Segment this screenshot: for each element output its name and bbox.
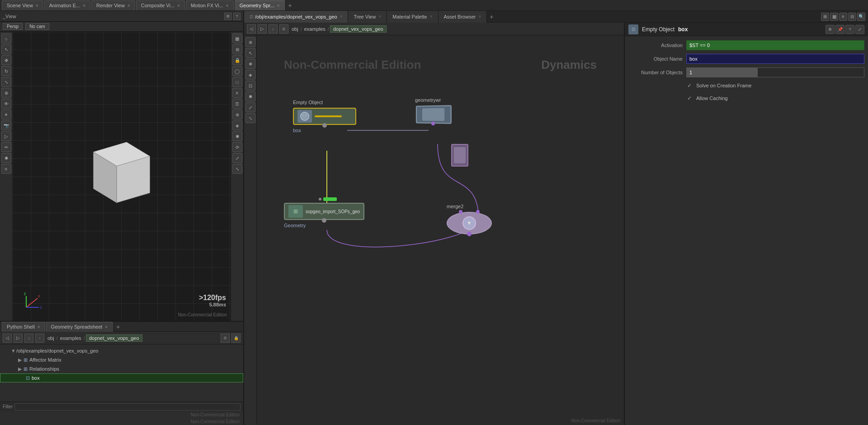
rt-btn-2[interactable]: ⊞	[232, 44, 242, 54]
rt-btn-7[interactable]: ☰	[232, 99, 242, 109]
toolbar-rotate-btn[interactable]: ↻	[1, 66, 11, 76]
toolbar-render-btn[interactable]: ▷	[1, 131, 11, 141]
add-right-tab-button[interactable]: +	[487, 13, 496, 20]
net-home-icon[interactable]: ⌂	[269, 24, 278, 33]
right-toolbar-btn-1[interactable]: ⊞	[821, 13, 829, 21]
toolbar-paint-btn[interactable]: ✏	[1, 142, 11, 152]
props-expand-btn[interactable]: ⤢	[855, 25, 864, 34]
net-current-path[interactable]: dopnet_vex_vops_geo	[330, 25, 387, 33]
close-python-tab[interactable]: ×	[38, 325, 40, 329]
rt-btn-4[interactable]: ◯	[232, 66, 242, 76]
tab-geometry-spreadsheet[interactable]: Geometry Spreadsheet ×	[46, 322, 113, 332]
net-tool-3[interactable]: ✥	[245, 59, 255, 69]
close-geometry-tab[interactable]: ×	[277, 3, 280, 8]
node-purple-small[interactable]	[451, 144, 468, 167]
right-toolbar-btn-2[interactable]: ▦	[830, 13, 838, 21]
node-empty-object-body[interactable]: 🛡	[293, 108, 356, 125]
node-geometrywr[interactable]: geometrywr	[415, 105, 451, 124]
props-pin-btn[interactable]: 📌	[835, 25, 844, 34]
toolbar-extra-btn[interactable]: ≡	[1, 164, 11, 174]
nav-path-examples[interactable]: examples	[59, 335, 83, 341]
toolbar-move-btn[interactable]: ✥	[1, 55, 11, 65]
rt-btn-9[interactable]: ◈	[232, 120, 242, 130]
node-sopgeo-body[interactable]: ⊞ sopgeo_import_SOPs_geo	[284, 203, 364, 220]
toolbar-light-btn[interactable]: ☀	[1, 110, 11, 119]
rt-btn-1[interactable]: ▦	[232, 33, 242, 43]
toolbar-scale-btn[interactable]: ⤡	[1, 77, 11, 87]
net-tool-7[interactable]: ⤢	[245, 102, 255, 112]
tab-geometry-spr[interactable]: Geometry Spr... ×	[235, 0, 285, 10]
node-merge2-body[interactable]: ▼	[447, 212, 492, 234]
right-toolbar-btn-4[interactable]: ⊟	[848, 13, 856, 21]
net-nav-forward[interactable]: ▷	[258, 24, 267, 33]
tree-view[interactable]: ▼ /obj/examples/dopnet_vex_vops_geo ▶ ⊞ …	[0, 344, 243, 401]
add-bottom-tab-button[interactable]: +	[113, 323, 123, 330]
nav-home-icon[interactable]: ⌂	[24, 334, 33, 343]
rt-btn-5[interactable]: □	[232, 77, 242, 87]
prop-activation-slider[interactable]: $ST == 0	[686, 40, 864, 50]
rt-btn-3[interactable]: 🔒	[232, 55, 242, 65]
rt-btn-12[interactable]: ⤢	[232, 153, 242, 163]
net-tool-6[interactable]: ✱	[245, 91, 255, 101]
net-tool-1[interactable]: ⊕	[245, 37, 255, 47]
relationships-expand-icon[interactable]: ▶	[18, 366, 24, 372]
net-path-examples[interactable]: examples	[303, 26, 327, 32]
toolbar-marker-btn[interactable]: ✱	[1, 153, 11, 163]
node-sopgeo[interactable]: ⊞ sopgeo_import_SOPs_geo Geometry	[284, 203, 364, 220]
tab-scene-view[interactable]: Scene View ×	[2, 0, 43, 10]
tab-animation-e[interactable]: Animation E... ×	[44, 0, 90, 10]
tab-network-path[interactable]: ⊡ /obj/examples/dopnet_vex_vops_geo ×	[244, 11, 348, 23]
net-tool-8[interactable]: ⤡	[245, 113, 255, 123]
rt-btn-6[interactable]: ≡	[232, 88, 242, 98]
net-nav-back[interactable]: ◁	[247, 24, 256, 33]
close-render-tab[interactable]: ×	[127, 3, 130, 8]
close-scene-view-tab[interactable]: ×	[36, 3, 38, 8]
tree-item-affector[interactable]: ▶ ⊞ Affector Matrix	[0, 355, 243, 364]
close-material-tab[interactable]: ×	[430, 14, 433, 19]
add-tab-button[interactable]: +	[286, 2, 295, 9]
viewport-settings-btn[interactable]: ⚙	[224, 13, 231, 20]
toolbar-home-btn[interactable]: ⌂	[1, 33, 11, 43]
net-tool-5[interactable]: ⊡	[245, 81, 255, 91]
prop-num-objects-slider[interactable]: 1	[686, 67, 864, 77]
nav-current-path[interactable]: dopnet_vex_vops_geo	[86, 334, 142, 342]
toolbar-cursor-btn[interactable]: ⊕	[1, 88, 11, 98]
close-motion-tab[interactable]: ×	[226, 3, 229, 8]
nav-extra-btn[interactable]: ⚙	[221, 334, 230, 343]
nav-up-icon[interactable]: ↑	[35, 334, 44, 343]
viewport-help-btn[interactable]: ?	[233, 13, 241, 20]
tab-render-view[interactable]: Render View ×	[91, 0, 135, 10]
close-tree-tab[interactable]: ×	[378, 14, 381, 19]
net-tool-4[interactable]: ◈	[245, 70, 255, 80]
tab-python-shell[interactable]: Python Shell ×	[2, 322, 45, 332]
rt-btn-11[interactable]: ⟳	[232, 142, 242, 152]
node-geometrywr-body[interactable]	[416, 105, 452, 124]
nav-back-btn[interactable]: ◁	[3, 334, 12, 343]
net-path-obj[interactable]: obj	[290, 26, 300, 32]
network-canvas[interactable]: Non-Commercial Edition Dynamics	[257, 35, 624, 425]
close-network-tab[interactable]: ×	[340, 14, 343, 19]
tab-motion-fx-vi[interactable]: Motion FX Vi... ×	[186, 0, 234, 10]
tree-item-relationships[interactable]: ▶ ⊞ Relationships	[0, 364, 243, 373]
node-merge2[interactable]: ▼ merge2	[447, 212, 492, 234]
root-expand-icon[interactable]: ▼	[11, 348, 16, 353]
nav-lock-btn[interactable]: 🔒	[231, 334, 241, 343]
persp-button[interactable]: Persp	[3, 23, 23, 30]
tab-asset-browser[interactable]: Asset Browser ×	[439, 11, 487, 23]
net-examples-icon[interactable]: ⊞	[279, 24, 288, 33]
right-toolbar-search[interactable]: 🔍	[857, 13, 865, 21]
3d-viewport[interactable]: x y z >120fps 5.88ms Non-Commercial Edit…	[13, 32, 231, 321]
close-composite-tab[interactable]: ×	[177, 3, 180, 8]
cam-button[interactable]: No cam	[25, 23, 49, 30]
tab-material-palette[interactable]: Material Palette ×	[387, 11, 438, 23]
net-tool-2[interactable]: ↖	[245, 48, 255, 58]
rt-btn-8[interactable]: ⊕	[232, 110, 242, 119]
rt-btn-13[interactable]: ⤡	[232, 164, 242, 174]
prop-object-name-input[interactable]	[686, 54, 864, 64]
node-empty-object[interactable]: Empty Object 🛡	[293, 108, 356, 125]
rt-btn-10[interactable]: ✱	[232, 131, 242, 141]
nav-forward-btn[interactable]: ▷	[14, 334, 23, 343]
toolbar-cam-btn[interactable]: 📷	[1, 120, 11, 130]
tab-tree-view[interactable]: Tree View ×	[348, 11, 387, 23]
right-toolbar-btn-3[interactable]: ≡	[839, 13, 847, 21]
